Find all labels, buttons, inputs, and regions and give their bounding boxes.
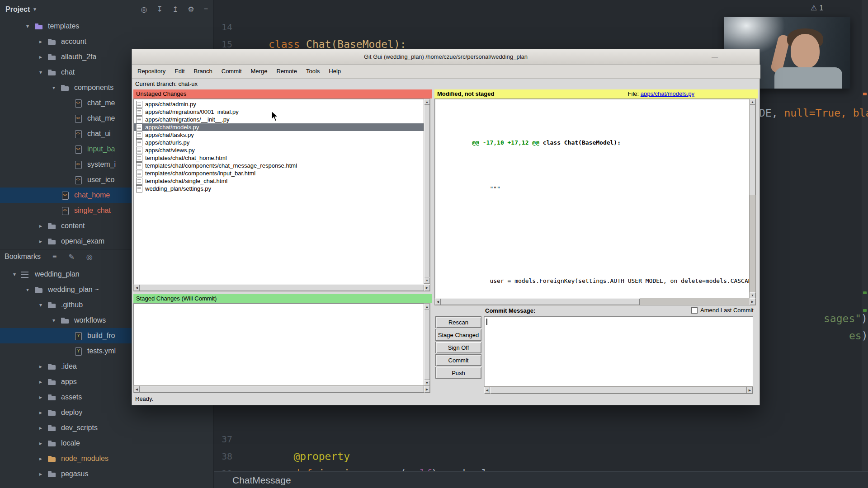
amend-checkbox[interactable] — [691, 307, 698, 314]
tree-item[interactable]: dev_scripts — [0, 420, 213, 436]
chevron-icon[interactable] — [34, 471, 47, 477]
message-horizontal-scrollbar[interactable]: ◀ ▶ — [484, 386, 753, 394]
hide-panel-icon[interactable]: − — [204, 5, 208, 14]
unstaged-file-row[interactable]: apps/chat/tasks.py — [134, 131, 424, 139]
tree-item-icon — [61, 206, 70, 215]
menu-item[interactable]: Edit — [170, 65, 189, 78]
push-button[interactable]: Push — [435, 367, 481, 379]
unstaged-file-row[interactable]: templates/chat/components/chat_message_r… — [134, 162, 424, 169]
tree-item-icon — [47, 301, 57, 309]
menu-item[interactable]: Tools — [302, 65, 324, 78]
chevron-icon[interactable] — [34, 394, 47, 400]
tree-item[interactable]: pegasus — [0, 466, 213, 482]
diff-view[interactable]: @@ -17,10 +17,12 @@ class Chat(BaseModel… — [434, 99, 752, 300]
diff-horizontal-scrollbar[interactable]: ◀ ▶ — [434, 298, 756, 305]
diff-file-link[interactable]: apps/chat/models.py — [641, 90, 694, 97]
diff-header: Modified, not staged File: apps/chat/mod… — [434, 89, 758, 99]
chevron-icon[interactable] — [8, 271, 21, 277]
tree-item[interactable]: deploy — [0, 405, 213, 420]
file-path: templates/chat/components/chat_message_r… — [145, 162, 297, 169]
chevron-icon[interactable] — [34, 69, 47, 75]
chevron-icon[interactable] — [47, 317, 61, 324]
tree-item[interactable]: account — [0, 34, 213, 49]
bookmarks-list-icon[interactable]: ≡ — [52, 253, 57, 261]
status-bar: Ready. — [135, 394, 153, 404]
unstaged-file-row[interactable]: apps/chat/migrations/0001_initial.py — [134, 108, 424, 116]
tree-item-icon — [74, 114, 83, 122]
tree-item-icon — [74, 160, 83, 169]
scroll-left-arrow: ◀ — [134, 386, 140, 393]
menu-item[interactable]: Remote — [272, 65, 302, 78]
file-path: wedding_plan/settings.py — [145, 185, 211, 192]
amend-last-commit-option[interactable]: Amend Last Commit — [691, 307, 754, 314]
tree-item-label: node_modules — [61, 455, 108, 463]
chevron-icon[interactable] — [34, 425, 47, 431]
settings-gear-icon[interactable]: ⚙ — [188, 5, 194, 14]
chevron-icon[interactable] — [47, 84, 61, 91]
commit-message-input[interactable] — [484, 316, 753, 387]
chevron-icon[interactable] — [34, 302, 47, 308]
unstaged-file-row[interactable]: apps/chat/migrations/__init__.py — [134, 116, 424, 123]
unstaged-file-row[interactable]: apps/chat/urls.py — [134, 139, 424, 146]
unstaged-file-row[interactable]: templates/chat/single_chat.html — [134, 177, 424, 185]
chevron-icon[interactable] — [21, 286, 34, 293]
file-icon — [136, 101, 142, 108]
bookmarks-title: Bookmarks — [5, 253, 41, 261]
edit-bookmark-icon[interactable]: ✎ — [68, 253, 74, 261]
tree-item-icon — [47, 53, 57, 61]
chevron-icon[interactable] — [34, 379, 47, 385]
commit-message-label: Commit Message: — [485, 307, 535, 314]
menu-item[interactable]: Branch — [189, 65, 217, 78]
locate-file-icon[interactable]: ◎ — [141, 5, 147, 14]
unstaged-file-row[interactable]: templates/chat/components/input_bar.html — [134, 169, 424, 177]
commit-button[interactable]: Commit — [435, 354, 481, 366]
unstaged-file-row[interactable]: apps/chat/models.py — [134, 123, 424, 131]
menu-item[interactable]: Commit — [217, 65, 246, 78]
expand-all-icon[interactable]: ↧ — [157, 5, 163, 14]
problems-widget[interactable]: ⚠ 1 — [811, 4, 823, 12]
rescan-button[interactable]: Rescan — [435, 316, 481, 328]
tree-item-label: .github — [61, 301, 83, 309]
chevron-icon[interactable] — [34, 38, 47, 45]
menu-item[interactable]: Merge — [246, 65, 272, 78]
project-view-selector[interactable]: Project ▾ — [5, 5, 36, 14]
staged-horizontal-scrollbar[interactable]: ◀ ▶ — [133, 385, 430, 393]
tree-item[interactable]: locale — [0, 436, 213, 451]
locate-bookmark-icon[interactable]: ◎ — [86, 253, 93, 261]
editor-scrollbar[interactable] — [862, 0, 868, 488]
chevron-icon[interactable] — [34, 440, 47, 446]
unstaged-vertical-scrollbar[interactable]: ▲ ▼ — [424, 99, 430, 284]
sign-off-button[interactable]: Sign Off — [435, 342, 481, 353]
file-path: apps/chat/urls.py — [145, 139, 189, 146]
diff-status-label: Modified, not staged — [437, 90, 494, 97]
stage-changed-button[interactable]: Stage Changed — [435, 329, 481, 341]
tree-item-icon — [47, 393, 57, 401]
chevron-icon[interactable] — [34, 363, 47, 370]
collapse-all-icon[interactable]: ↥ — [172, 5, 178, 14]
minimize-button[interactable]: — — [708, 49, 722, 64]
tree-item-label: wedding_plan — [35, 270, 80, 278]
tree-item-icon — [47, 68, 57, 76]
unstaged-file-row[interactable]: apps/chat/admin.py — [134, 100, 424, 108]
menu-item[interactable]: Repository — [133, 65, 170, 78]
menu-item[interactable]: Help — [324, 65, 345, 78]
chevron-icon[interactable] — [34, 455, 47, 462]
tree-item[interactable]: templates — [0, 19, 213, 34]
chevron-icon[interactable] — [34, 238, 47, 244]
unstaged-horizontal-scrollbar[interactable]: ◀ ▶ — [133, 284, 430, 291]
tree-item[interactable]: node_modules — [0, 451, 213, 466]
menu-bar: Repository Edit Branch Commit Merge Remo… — [132, 65, 760, 79]
unstaged-file-row[interactable]: apps/chat/views.py — [134, 146, 424, 154]
chevron-icon[interactable] — [34, 223, 47, 229]
screen: 14 class Chat(BaseModel): 15 """ 16 A ch… — [0, 0, 868, 488]
scroll-up-arrow: ▲ — [750, 99, 755, 105]
diff-vertical-scrollbar[interactable]: ▲ ▼ — [749, 99, 756, 299]
unstaged-file-row[interactable]: wedding_plan/settings.py — [134, 185, 424, 192]
window-titlebar[interactable]: Git Gui (wedding_plan) /home/czue/src/pe… — [132, 49, 760, 65]
chevron-icon[interactable] — [34, 409, 47, 416]
unstaged-file-row[interactable]: templates/chat/chat_home.html — [134, 154, 424, 162]
chevron-icon[interactable] — [34, 54, 47, 60]
tree-item-icon — [47, 237, 57, 245]
staged-vertical-scrollbar[interactable]: ▲ ▼ — [424, 303, 430, 386]
chevron-icon[interactable] — [21, 23, 34, 29]
